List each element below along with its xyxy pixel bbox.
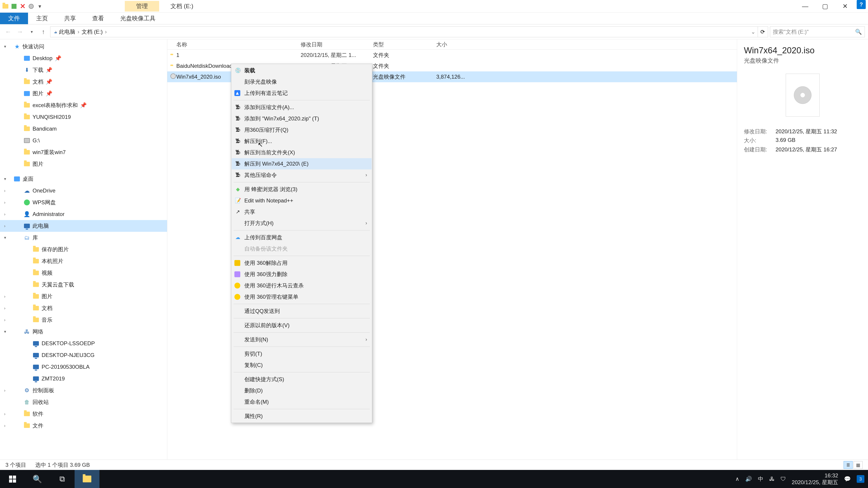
ctx-send-qq[interactable]: 通过QQ发送到 xyxy=(232,305,372,317)
view-icons-button[interactable]: ▦ xyxy=(854,461,863,469)
chevron-right-icon[interactable]: › xyxy=(78,29,79,35)
ctx-open-360zip[interactable]: 🗜用360压缩打开(Q) xyxy=(232,124,372,135)
nav-tianyi[interactable]: 天翼云盘下载 xyxy=(0,279,167,291)
ctx-share[interactable]: ↗共享 xyxy=(232,206,372,218)
ctx-360-trojan[interactable]: 使用 360进行木马云查杀 xyxy=(232,280,372,291)
start-button[interactable] xyxy=(0,470,25,488)
ribbon-tab-share[interactable]: 共享 xyxy=(56,13,84,24)
ctx-extract-here[interactable]: 🗜解压到当前文件夹(X) xyxy=(232,147,372,158)
nav-wps[interactable]: ›WPS网盘 xyxy=(0,197,167,208)
qat-dropdown-icon[interactable]: ▾ xyxy=(36,3,43,10)
maximize-button[interactable]: ▢ xyxy=(815,0,835,13)
view-details-button[interactable]: ≣ xyxy=(844,461,852,469)
nav-excel-folder[interactable]: excel表格制作求和📌 xyxy=(0,99,167,111)
nav-lib-music[interactable]: ›音乐 xyxy=(0,314,167,326)
nav-administrator[interactable]: ›👤Administrator xyxy=(0,208,167,220)
column-header-size[interactable]: 大小 xyxy=(436,41,488,48)
task-view-button[interactable]: ⧉ xyxy=(50,470,74,488)
ctx-extract-to[interactable]: 🗜解压到(F)... xyxy=(232,135,372,147)
qat-redx-icon[interactable]: ✕ xyxy=(19,3,26,10)
nav-forward-button[interactable]: → xyxy=(15,27,25,37)
ctx-add-archive[interactable]: 🗜添加到压缩文件(A)... xyxy=(232,102,372,113)
nav-win7reinstall[interactable]: win7重装win7 xyxy=(0,147,167,158)
search-input[interactable]: 搜索"文档 (E:)" 🔍 xyxy=(770,26,865,37)
nav-camera-roll[interactable]: 本机照片 xyxy=(0,255,167,267)
nav-videos[interactable]: 视频 xyxy=(0,267,167,279)
nav-downloads[interactable]: ⬇下载📌 xyxy=(0,64,167,76)
search-icon[interactable]: 🔍 xyxy=(855,29,862,35)
breadcrumb-segment[interactable]: 此电脑 xyxy=(59,28,75,35)
nav-files[interactable]: ›文件 xyxy=(0,420,167,431)
nav-lib-pictures[interactable]: ›图片 xyxy=(0,291,167,302)
nav-documents[interactable]: 文档📌 xyxy=(0,76,167,88)
help-button[interactable]: ? xyxy=(857,0,866,9)
minimize-button[interactable]: — xyxy=(795,0,815,13)
file-row[interactable]: 1 2020/12/15, 星期二 1... 文件夹 xyxy=(167,50,737,61)
nav-lib-documents[interactable]: ›文档 xyxy=(0,302,167,314)
nav-network-pc[interactable]: PC-20190530OBLA xyxy=(0,361,167,373)
close-button[interactable]: ✕ xyxy=(835,0,855,13)
ctx-360-ctx-mgr[interactable]: 使用 360管理右键菜单 xyxy=(232,291,372,302)
nav-pictures[interactable]: 图片📌 xyxy=(0,88,167,99)
qat-disc-icon[interactable] xyxy=(28,3,35,10)
chevron-right-icon[interactable]: › xyxy=(105,29,107,35)
volume-icon[interactable]: 🔊 xyxy=(745,476,752,482)
ctx-extract-named[interactable]: 🗜解压到 Win7x64_2020\ (E) xyxy=(232,158,372,169)
contextual-tab-manage[interactable]: 管理 xyxy=(125,1,159,11)
tray-overflow-icon[interactable]: ∧ xyxy=(735,476,739,482)
nav-desktop[interactable]: Desktop📌 xyxy=(0,53,167,64)
network-icon[interactable]: 🖧 xyxy=(769,476,775,482)
ctx-add-zip[interactable]: 🗜添加到 "Win7x64_2020.zip" (T) xyxy=(232,113,372,124)
ctx-360-force-del[interactable]: 使用 360强力删除 xyxy=(232,269,372,280)
nav-network-pc[interactable]: DESKTOP-LSSOEDP xyxy=(0,337,167,349)
nav-network-pc[interactable]: ZMT2019 xyxy=(0,373,167,385)
qat-check-icon[interactable] xyxy=(10,3,18,10)
ribbon-tab-file[interactable]: 文件 xyxy=(0,13,28,24)
ctx-other-zip[interactable]: 🗜其他压缩命令› xyxy=(232,169,372,181)
ribbon-tab-view[interactable]: 查看 xyxy=(84,13,112,24)
ctx-upload-youdao[interactable]: ▲上传到有道云笔记 xyxy=(232,88,372,99)
ctx-properties[interactable]: 属性(R) xyxy=(232,411,372,422)
chevron-right-icon[interactable]: › xyxy=(55,29,57,35)
ctx-mount[interactable]: 💿装载 xyxy=(232,65,372,76)
column-header-name[interactable]: 名称 xyxy=(167,41,301,48)
navigation-pane[interactable]: ▾★快速访问 Desktop📌 ⬇下载📌 文档📌 图片📌 excel表格制作求和… xyxy=(0,39,167,459)
nav-pictures2[interactable]: 图片 xyxy=(0,158,167,170)
search-button[interactable]: 🔍 xyxy=(25,470,50,488)
nav-onedrive[interactable]: ›☁OneDrive xyxy=(0,185,167,197)
breadcrumb[interactable]: › 此电脑 › 文档 (E:) › ⌄ xyxy=(50,26,758,37)
nav-network-pc[interactable]: DESKTOP-NJEU3CG xyxy=(0,349,167,361)
column-header-date[interactable]: 修改日期 xyxy=(301,41,373,48)
nav-up-button[interactable]: ↑ xyxy=(38,27,49,37)
nav-software[interactable]: ›软件 xyxy=(0,408,167,420)
nav-yunqishi[interactable]: YUNQISHI2019 xyxy=(0,111,167,123)
ctx-rename[interactable]: 重命名(M) xyxy=(232,396,372,408)
nav-recycle-bin[interactable]: 🗑回收站 xyxy=(0,396,167,408)
ctx-burn[interactable]: 刻录光盘映像 xyxy=(232,76,372,88)
ime-indicator[interactable]: 中 xyxy=(758,475,763,483)
security-icon[interactable]: 🛡 xyxy=(780,476,786,482)
ctx-create-shortcut[interactable]: 创建快捷方式(S) xyxy=(232,374,372,385)
ctx-open-with[interactable]: 打开方式(H)› xyxy=(232,218,372,229)
nav-gdrive[interactable]: G:\ xyxy=(0,135,167,147)
nav-recent-dropdown[interactable]: ▾ xyxy=(27,27,37,37)
nav-libraries[interactable]: ▾🗂库 xyxy=(0,232,167,243)
breadcrumb-dropdown-icon[interactable]: ⌄ xyxy=(751,29,755,35)
ctx-bee-browser[interactable]: ◆用 蜂蜜浏览器 浏览(3) xyxy=(232,184,372,195)
ctx-delete[interactable]: 删除(D) xyxy=(232,385,372,396)
ribbon-tab-home[interactable]: 主页 xyxy=(28,13,56,24)
nav-quick-access[interactable]: ▾★快速访问 xyxy=(0,41,167,53)
nav-back-button[interactable]: ← xyxy=(3,27,13,37)
ctx-cut[interactable]: 剪切(T) xyxy=(232,348,372,359)
column-header-type[interactable]: 类型 xyxy=(373,41,436,48)
file-list-area[interactable]: 名称 修改日期 类型 大小 1 2020/12/15, 星期二 1... 文件夹… xyxy=(167,39,737,459)
notification-badge[interactable]: 3 xyxy=(857,475,864,483)
breadcrumb-segment[interactable]: 文档 (E:) xyxy=(82,28,103,35)
nav-desktop-group[interactable]: ▾桌面 xyxy=(0,173,167,185)
clock[interactable]: 16:32 2020/12/25, 星期五 xyxy=(792,472,838,486)
ctx-edit-notepadpp[interactable]: 📝Edit with Notepad++ xyxy=(232,195,372,206)
ctx-360-unlock[interactable]: 使用 360解除占用 xyxy=(232,257,372,269)
nav-this-pc[interactable]: ›此电脑 xyxy=(0,220,167,232)
ctx-copy[interactable]: 复制(C) xyxy=(232,359,372,371)
ribbon-tab-disc-tools[interactable]: 光盘映像工具 xyxy=(112,13,164,24)
